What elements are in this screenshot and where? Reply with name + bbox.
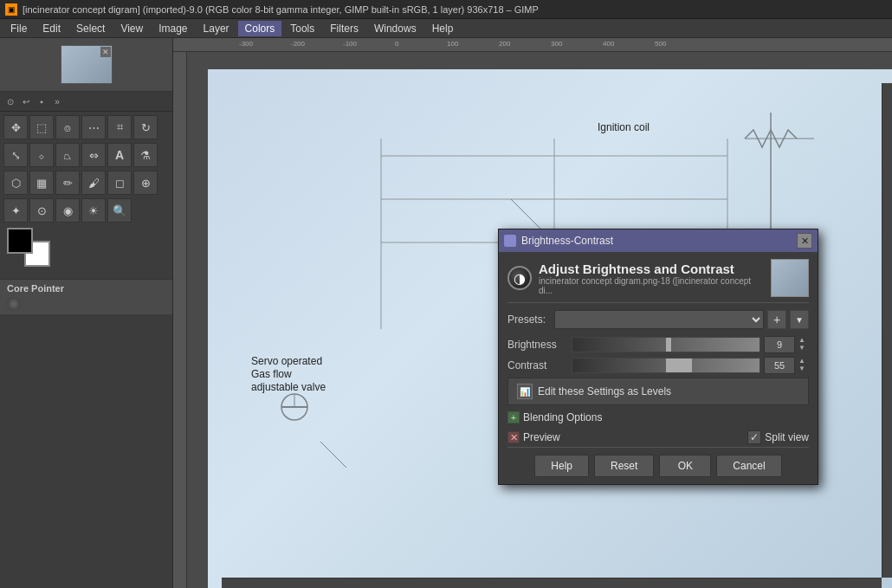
tool-paintbucket[interactable]: ⬡ <box>3 171 28 195</box>
nav-icon-layers[interactable]: ▪ <box>35 94 48 108</box>
menu-bar: File Edit Select View Image Layer Colors… <box>0 19 892 38</box>
blending-options-row[interactable]: + Blending Options <box>507 409 809 426</box>
menu-filters[interactable]: Filters <box>323 21 365 36</box>
preview-row: ✕ Preview ✓ Split view <box>507 428 809 447</box>
tool-text[interactable]: A <box>107 143 132 167</box>
brightness-slider[interactable] <box>572 337 760 352</box>
preview-label: Preview <box>523 431 560 443</box>
dialog-icon <box>504 235 516 247</box>
edit-levels-icon: 📊 <box>517 384 533 399</box>
tool-blur[interactable]: ◉ <box>55 198 80 223</box>
tool-pencil[interactable]: ✏ <box>55 171 80 195</box>
dialog-close-button[interactable]: ✕ <box>797 233 812 249</box>
blending-label: Blending Options <box>523 411 602 423</box>
foreground-background-colors[interactable] <box>7 228 50 267</box>
presets-add-button[interactable]: + <box>767 310 786 329</box>
dialog-title-text: Brightness-Contrast <box>521 235 613 247</box>
ruler-tick: -100 <box>343 40 357 48</box>
ok-button[interactable]: OK <box>659 455 711 477</box>
menu-colors[interactable]: Colors <box>238 21 282 36</box>
tool-eyedropper[interactable]: ⚗ <box>133 143 158 167</box>
menu-file[interactable]: File <box>3 21 34 36</box>
core-pointer-section: Core Pointer <box>0 279 172 314</box>
canvas-area: -300 -200 -100 0 100 200 300 400 500 <box>173 38 892 588</box>
annotation-servo2: Gas flow <box>251 368 292 380</box>
menu-tools[interactable]: Tools <box>283 21 321 36</box>
tool-gradient[interactable]: ▦ <box>29 171 54 195</box>
tool-clone[interactable]: ⊕ <box>133 171 158 195</box>
cancel-button[interactable]: Cancel <box>716 455 781 477</box>
menu-windows[interactable]: Windows <box>367 21 423 36</box>
split-view-checkbox[interactable]: ✓ <box>747 430 761 444</box>
tool-grid-3: ⬡ ▦ ✏ 🖌 ◻ ⊕ <box>3 171 169 195</box>
split-view-label-text: Split view <box>765 431 809 443</box>
tool-select-rect[interactable]: ⬚ <box>29 115 54 139</box>
presets-menu-button[interactable]: ▼ <box>790 310 809 329</box>
tool-eraser[interactable]: ◻ <box>107 171 132 195</box>
tool-scale[interactable]: ⤡ <box>3 143 28 167</box>
tool-dodge[interactable]: ☀ <box>81 198 106 223</box>
blending-expand-icon[interactable]: + <box>507 411 520 423</box>
dialog-subheading: incinerator concept digram.png-18 ([inci… <box>539 276 764 295</box>
tool-flip[interactable]: ⇔ <box>81 143 106 167</box>
edit-levels-label: Edit these Settings as Levels <box>538 385 671 397</box>
contrast-slider[interactable] <box>572 358 760 373</box>
ruler-tick: 200 <box>499 40 510 48</box>
nav-icon-view[interactable]: ⊙ <box>3 94 17 108</box>
dialog-titlebar[interactable]: Brightness-Contrast ✕ <box>499 229 818 252</box>
menu-image[interactable]: Image <box>152 21 194 36</box>
presets-label: Presets: <box>507 313 551 326</box>
contrast-value[interactable]: 55 <box>764 357 795 374</box>
contrast-down[interactable]: ▼ <box>798 365 809 373</box>
vertical-scrollbar[interactable] <box>882 83 892 578</box>
brightness-value[interactable]: 9 <box>764 336 795 353</box>
tool-shear[interactable]: ⬦ <box>29 143 54 167</box>
horizontal-scrollbar[interactable] <box>222 578 882 588</box>
app-icon: ▣ <box>5 3 17 16</box>
thumbnail-close[interactable]: ✕ <box>100 47 111 57</box>
presets-select[interactable] <box>554 310 764 329</box>
menu-view[interactable]: View <box>113 21 150 36</box>
window-title: [incinerator concept digram] (imported)-… <box>23 4 539 15</box>
nav-icon-undo[interactable]: ↩ <box>19 94 33 108</box>
dialog-buttons: Help Reset OK Cancel <box>507 447 809 477</box>
toolbox: ✕ ⊙ ↩ ▪ » ✥ ⬚ ⌾ ⋯ ⌗ ↻ ⤡ ⬦ ⏢ ⇔ <box>0 38 173 588</box>
dialog-header: ◑ Adjust Brightness and Contrast inciner… <box>507 259 809 303</box>
menu-select[interactable]: Select <box>69 21 112 36</box>
preview-toggle[interactable]: ✕ <box>507 431 520 443</box>
tool-select-fuzzy[interactable]: ⋯ <box>81 115 106 139</box>
edit-levels-button[interactable]: 📊 Edit these Settings as Levels <box>507 378 809 405</box>
tool-grid-1: ✥ ⬚ ⌾ ⋯ ⌗ ↻ <box>3 115 169 139</box>
tool-zoom[interactable]: 🔍 <box>107 198 132 223</box>
brightness-row: Brightness 9 ▲ ▼ <box>507 336 809 353</box>
tool-grid-2: ⤡ ⬦ ⏢ ⇔ A ⚗ <box>3 143 169 167</box>
dialog-body: ◑ Adjust Brightness and Contrast inciner… <box>499 252 818 484</box>
menu-help[interactable]: Help <box>425 21 461 36</box>
tool-perspective[interactable]: ⏢ <box>55 143 80 167</box>
presets-row: Presets: + ▼ <box>507 310 809 329</box>
ruler-tick: -200 <box>291 40 305 48</box>
contrast-arrows: ▲ ▼ <box>798 358 809 373</box>
ruler-horizontal: -300 -200 -100 0 100 200 300 400 500 <box>173 38 892 52</box>
menu-layer[interactable]: Layer <box>197 21 236 36</box>
ruler-tick: 400 <box>603 40 614 48</box>
brightness-down[interactable]: ▼ <box>798 345 809 352</box>
ruler-tick: 100 <box>447 40 458 48</box>
tool-heal[interactable]: ✦ <box>3 198 28 223</box>
ruler-tick: 300 <box>551 40 562 48</box>
tool-crop[interactable]: ⌗ <box>107 115 132 139</box>
brightness-contrast-dialog: Brightness-Contrast ✕ ◑ Adjust Brightnes… <box>498 229 818 485</box>
tool-rotate[interactable]: ↻ <box>133 115 158 139</box>
reset-button[interactable]: Reset <box>594 455 654 477</box>
nav-icon-expand[interactable]: » <box>50 94 64 108</box>
help-button[interactable]: Help <box>534 455 589 477</box>
nav-icons-row: ⊙ ↩ ▪ » <box>0 92 172 112</box>
dialog-heading: Adjust Brightness and Contrast <box>539 262 764 276</box>
tool-perspective-clone[interactable]: ⊙ <box>29 198 54 223</box>
tool-move[interactable]: ✥ <box>3 115 28 139</box>
foreground-color-swatch[interactable] <box>7 228 33 254</box>
tool-brush[interactable]: 🖌 <box>81 171 106 195</box>
menu-edit[interactable]: Edit <box>36 21 68 36</box>
tool-select-lasso[interactable]: ⌾ <box>55 115 80 139</box>
dialog-title-left: Brightness-Contrast <box>504 235 613 247</box>
